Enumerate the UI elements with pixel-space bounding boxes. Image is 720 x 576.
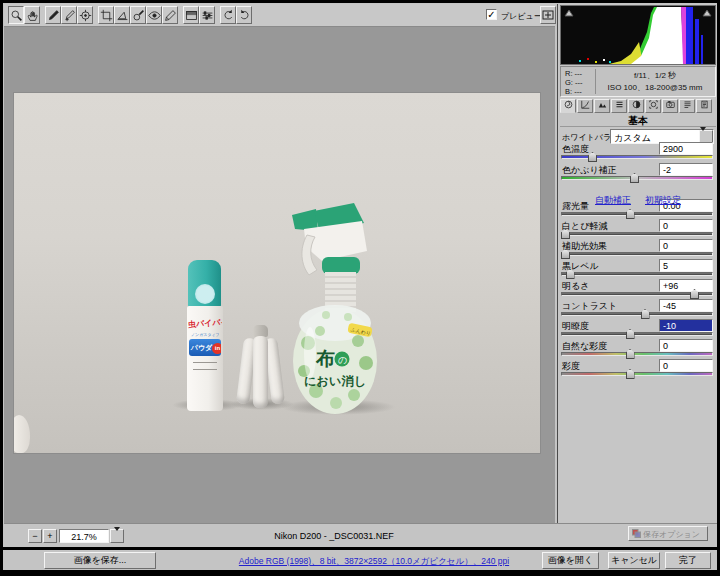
- recovery-slider[interactable]: [561, 232, 713, 236]
- preview-canvas: 虫バイバイ ノンガスタイプ パウダー in: [4, 27, 555, 523]
- auto-link[interactable]: 自動補正: [595, 195, 631, 205]
- vibrance-value-field[interactable]: 0: [659, 339, 713, 352]
- vibrance-slider[interactable]: [561, 352, 713, 356]
- tint-slider-thumb[interactable]: [630, 173, 639, 183]
- clarity-value-field[interactable]: -10: [659, 319, 713, 332]
- exif-line1: f/11、1/2 秒: [597, 70, 713, 82]
- hand-tool-button[interactable]: [24, 6, 40, 24]
- toolbar: ✓ プレビュー: [4, 4, 555, 27]
- preferences-tool-button[interactable]: [199, 6, 215, 24]
- recovery-value-field[interactable]: 0: [659, 219, 713, 232]
- rgb-value: B: ---: [565, 87, 583, 96]
- temperature-slider-thumb[interactable]: [588, 152, 597, 162]
- done-button[interactable]: 完了: [665, 552, 711, 569]
- tint-slider[interactable]: [561, 176, 713, 180]
- tone-curve-tab-icon: [581, 100, 590, 109]
- rgb-readout: R: ---G: ---B: ---: [565, 69, 583, 96]
- zoom-out-button[interactable]: −: [28, 529, 42, 543]
- straighten-tool-icon: [116, 9, 129, 22]
- workflow-options-link[interactable]: Adobe RGB (1998)、8 bit、3872×2592（10.0メガピ…: [194, 556, 554, 568]
- fullscreen-toggle-button[interactable]: [540, 6, 556, 24]
- hand-tool-icon: [26, 9, 39, 22]
- cancel-button[interactable]: キャンセル: [608, 552, 660, 569]
- temperature-value-field[interactable]: 2900: [659, 142, 713, 155]
- photo-preview[interactable]: 虫バイバイ ノンガスタイプ パウダー in: [13, 92, 541, 454]
- histogram-blue: [701, 35, 703, 64]
- fill-light-slider[interactable]: [561, 252, 713, 256]
- clarity-slider-thumb[interactable]: [626, 329, 635, 339]
- save-options-label: 保存オプション: [643, 530, 700, 539]
- white-figure: [239, 325, 283, 409]
- contrast-value-field[interactable]: -45: [659, 299, 713, 312]
- tab-snapshots[interactable]: [696, 99, 712, 113]
- lens-corrections-tab-icon: [649, 100, 658, 109]
- white-balance-tool-button[interactable]: [45, 6, 61, 24]
- tab-tone-curve[interactable]: [577, 99, 593, 113]
- insect-spray-bottle: 虫バイバイ ノンガスタイプ パウダー in: [186, 260, 224, 411]
- spot-removal-tool-button[interactable]: [130, 6, 146, 24]
- preview-checkbox[interactable]: ✓: [486, 9, 497, 20]
- exif-info: R: ---G: ---B: --- f/11、1/2 秒 ISO 100、18…: [560, 66, 716, 97]
- blacks-slider[interactable]: [561, 272, 713, 276]
- graduated-filter-tool-icon: [185, 9, 198, 22]
- auto-default-links: 自動補正初期設定: [558, 189, 718, 207]
- rotate-cw-tool-button[interactable]: [236, 6, 252, 24]
- rotate-ccw-tool-button[interactable]: [220, 6, 236, 24]
- save-image-button[interactable]: 画像を保存...: [44, 552, 156, 569]
- tint-value-field[interactable]: -2: [659, 163, 713, 176]
- shadow-clip-indicator[interactable]: [565, 10, 573, 16]
- saturation-slider[interactable]: [561, 372, 713, 376]
- contrast-slider[interactable]: [561, 312, 713, 316]
- straighten-tool-button[interactable]: [114, 6, 130, 24]
- exposure-slider[interactable]: [561, 212, 713, 216]
- highlight: [304, 327, 316, 379]
- histogram-blue: [686, 7, 693, 64]
- spray-body: 虫バイバイ ノンガスタイプ パウダー in: [187, 306, 223, 411]
- save-options-button[interactable]: 保存オプション: [628, 526, 708, 541]
- saturation-value-field[interactable]: 0: [659, 359, 713, 372]
- preview-checkbox-label: プレビュー: [501, 11, 542, 22]
- temperature-slider[interactable]: [561, 155, 713, 159]
- hsl-grayscale-tab-icon: [615, 100, 624, 109]
- zoom-level-field[interactable]: 21.7%: [59, 529, 109, 543]
- tab-detail[interactable]: [594, 99, 610, 113]
- product-band: パウダー in: [189, 339, 221, 356]
- red-eye-tool-icon: [148, 9, 161, 22]
- panel-title: 基本: [560, 114, 716, 127]
- brightness-value-field[interactable]: +96: [659, 279, 713, 292]
- graduated-filter-tool-button[interactable]: [183, 6, 199, 24]
- zoom-tool-button[interactable]: [8, 6, 24, 24]
- button-bar: 画像を保存... Adobe RGB (1998)、8 bit、3872×259…: [4, 550, 717, 570]
- camera-raw-dialog: ✓ プレビュー 虫バイバイ ノンガスタイプ: [3, 3, 717, 570]
- blacks-value-field[interactable]: 5: [659, 259, 713, 272]
- vibrance-slider-thumb[interactable]: [626, 349, 635, 359]
- adjustment-brush-tool-button[interactable]: [162, 6, 178, 24]
- tab-presets[interactable]: [679, 99, 695, 113]
- red-eye-tool-button[interactable]: [146, 6, 162, 24]
- contrast-slider-thumb[interactable]: [641, 309, 650, 319]
- tab-lens-corrections[interactable]: [645, 99, 661, 113]
- color-sampler-tool-button[interactable]: [61, 6, 77, 24]
- crop-tool-icon: [100, 9, 113, 22]
- default-link[interactable]: 初期設定: [645, 195, 681, 205]
- target-adjust-tool-button[interactable]: [77, 6, 93, 24]
- exposure-info: f/11、1/2 秒 ISO 100、18-200@35 mm: [597, 70, 713, 94]
- zoom-level-dropdown-button[interactable]: [110, 529, 124, 543]
- saturation-slider-thumb[interactable]: [626, 369, 635, 379]
- highlight-clip-indicator[interactable]: [703, 10, 711, 16]
- tab-hsl-grayscale[interactable]: [611, 99, 627, 113]
- crop-tool-button[interactable]: [98, 6, 114, 24]
- fill-light-value-field[interactable]: 0: [659, 239, 713, 252]
- tab-basic[interactable]: [560, 99, 576, 113]
- open-image-button[interactable]: 画像を開く: [542, 552, 599, 569]
- tab-camera-calibration[interactable]: [662, 99, 678, 113]
- clarity-slider[interactable]: [561, 332, 713, 336]
- exif-line2: ISO 100、18-200@35 mm: [597, 82, 713, 94]
- corner-object: [13, 415, 30, 453]
- target-adjust-tool-icon: [79, 9, 92, 22]
- brightness-slider[interactable]: [561, 292, 713, 296]
- tab-split-toning[interactable]: [628, 99, 644, 113]
- label-kanji: 布: [315, 348, 335, 369]
- zoom-in-button[interactable]: +: [43, 529, 57, 543]
- exposure-slider-thumb[interactable]: [626, 209, 635, 219]
